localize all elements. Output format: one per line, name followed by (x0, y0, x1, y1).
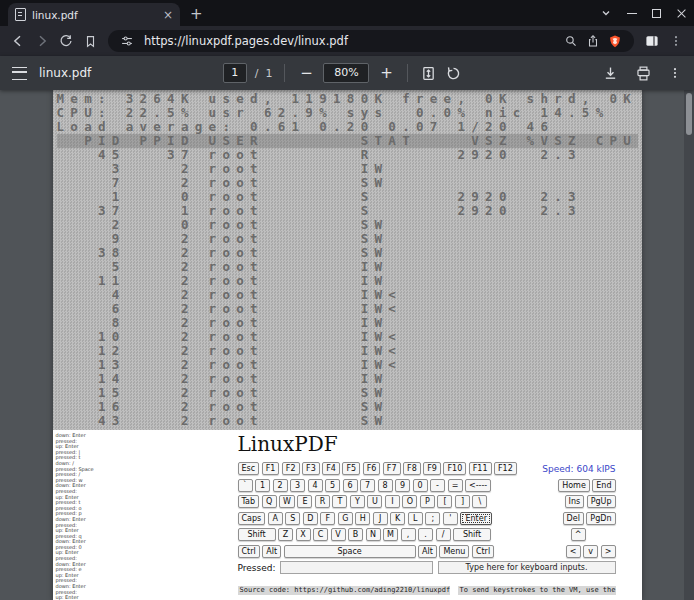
key-a[interactable]: A (268, 512, 283, 525)
key-arrow-down[interactable]: v (583, 545, 598, 558)
key-arrow-up[interactable]: ^ (571, 528, 586, 541)
key-enter[interactable]: Enter (460, 512, 492, 525)
minimize-button[interactable] (619, 0, 644, 26)
key-2[interactable]: 2 (273, 479, 288, 492)
key-h[interactable]: H (355, 512, 370, 525)
key-t[interactable]: T (332, 495, 347, 508)
key-f10[interactable]: F10 (443, 462, 466, 475)
key-minus[interactable]: - (430, 479, 445, 492)
key-q[interactable]: Q (262, 495, 277, 508)
fit-page-button[interactable] (420, 65, 437, 82)
key-backtick[interactable]: ` (238, 479, 253, 492)
zoom-in-button[interactable]: + (377, 64, 395, 82)
tab-close-icon[interactable]: × (163, 9, 173, 21)
key-x[interactable]: X (296, 528, 311, 541)
key-c[interactable]: C (313, 528, 328, 541)
site-settings-icon[interactable] (116, 30, 138, 52)
key-4[interactable]: 4 (308, 479, 323, 492)
print-button[interactable] (635, 65, 652, 82)
scrollbar-thumb[interactable] (686, 93, 692, 135)
page-number-input[interactable]: 1 (223, 63, 247, 83)
key-del[interactable]: Del (563, 512, 584, 525)
key-quote[interactable]: ' (443, 512, 458, 525)
download-button[interactable] (602, 65, 619, 82)
new-tab-button[interactable]: + (190, 5, 203, 23)
key-v[interactable]: V (331, 528, 346, 541)
key-f1[interactable]: F1 (262, 462, 280, 475)
key-ctrl-left[interactable]: Ctrl (238, 545, 260, 558)
forward-button[interactable] (30, 29, 54, 53)
key-equals[interactable]: = (448, 479, 463, 492)
key-6[interactable]: 6 (343, 479, 358, 492)
zoom-out-button[interactable]: − (297, 64, 315, 82)
key-arrow-right[interactable]: > (601, 545, 616, 558)
key-bracket-open[interactable]: [ (437, 495, 452, 508)
key-w[interactable]: W (279, 495, 295, 508)
key-y[interactable]: Y (350, 495, 365, 508)
key-g[interactable]: G (338, 512, 353, 525)
key-ins[interactable]: Ins (565, 495, 585, 508)
key-semicolon[interactable]: ; (425, 512, 440, 525)
keyboard-text-input[interactable]: Type here for keyboard inputs. (438, 561, 616, 574)
reload-button[interactable] (54, 29, 78, 53)
key-menu[interactable]: Menu (439, 545, 469, 558)
key-shift-right[interactable]: Shift (453, 528, 491, 541)
key-f11[interactable]: F11 (469, 462, 492, 475)
key-e[interactable]: E (297, 495, 312, 508)
key-arrow-left[interactable]: < (566, 545, 581, 558)
rotate-button[interactable] (445, 65, 462, 82)
url-text[interactable]: https://linuxpdf.pages.dev/linux.pdf (144, 34, 554, 48)
key-j[interactable]: J (373, 512, 388, 525)
key-pgdn[interactable]: PgDn (586, 512, 615, 525)
key-o[interactable]: O (402, 495, 417, 508)
key-f12[interactable]: F12 (494, 462, 517, 475)
pdf-menu-icon[interactable] (12, 67, 27, 80)
key-m[interactable]: M (383, 528, 398, 541)
key-k[interactable]: K (390, 512, 405, 525)
key-d[interactable]: D (303, 512, 318, 525)
key-7[interactable]: 7 (360, 479, 375, 492)
key-shift-left[interactable]: Shift (238, 528, 276, 541)
key-pgup[interactable]: PgUp (587, 495, 616, 508)
key-period[interactable]: . (418, 528, 433, 541)
sidebar-icon[interactable] (640, 29, 664, 53)
tab-search-chevron-icon[interactable] (593, 0, 619, 26)
key-f9[interactable]: F9 (423, 462, 441, 475)
key-i[interactable]: I (385, 495, 400, 508)
key-3[interactable]: 3 (290, 479, 305, 492)
key-space[interactable]: Space (284, 545, 416, 558)
back-button[interactable] (6, 29, 30, 53)
key-alt-left[interactable]: Alt (262, 545, 281, 558)
key-f3[interactable]: F3 (302, 462, 320, 475)
key-alt-right[interactable]: Alt (418, 545, 437, 558)
key-l[interactable]: L (408, 512, 423, 525)
maximize-button[interactable] (644, 0, 669, 26)
key-f[interactable]: F (320, 512, 335, 525)
key-esc[interactable]: Esc (238, 462, 260, 475)
key-5[interactable]: 5 (325, 479, 340, 492)
key-comma[interactable]: , (401, 528, 416, 541)
bookmark-icon[interactable] (78, 29, 102, 53)
key-1[interactable]: 1 (255, 479, 270, 492)
tab-linux-pdf[interactable]: linux.pdf × (8, 3, 180, 26)
key-caps[interactable]: Caps (238, 512, 266, 525)
url-bar[interactable]: https://linuxpdf.pages.dev/linux.pdf (108, 30, 634, 52)
share-icon[interactable] (582, 30, 604, 52)
pdf-more-menu-icon[interactable] (668, 66, 682, 80)
key-f7[interactable]: F7 (383, 462, 401, 475)
pdf-scrollbar[interactable] (684, 90, 694, 600)
key-b[interactable]: B (348, 528, 363, 541)
key-p[interactable]: P (420, 495, 435, 508)
browser-menu-icon[interactable] (664, 29, 688, 53)
close-window-button[interactable] (669, 0, 694, 26)
zoom-magnifier-icon[interactable] (560, 30, 582, 52)
key-u[interactable]: U (367, 495, 382, 508)
key-end[interactable]: End (592, 479, 615, 492)
key-slash[interactable]: / (436, 528, 451, 541)
key-tab[interactable]: Tab (238, 495, 260, 508)
key-r[interactable]: R (315, 495, 330, 508)
key-f8[interactable]: F8 (403, 462, 421, 475)
key-ctrl-right[interactable]: Ctrl (472, 545, 494, 558)
key-f6[interactable]: F6 (363, 462, 381, 475)
key-8[interactable]: 8 (378, 479, 393, 492)
